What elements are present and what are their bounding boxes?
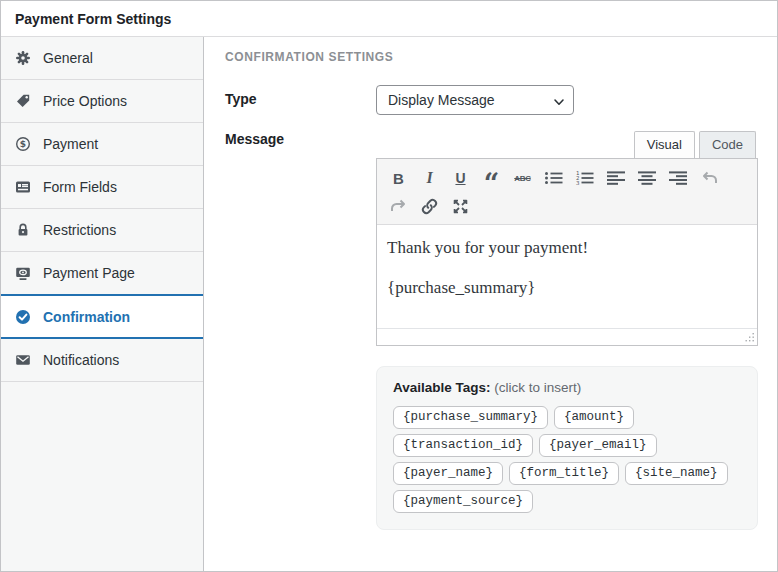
tag-payer-email[interactable]: {payer_email} xyxy=(539,434,657,457)
sidebar-item-form-fields[interactable]: Form Fields xyxy=(1,166,203,209)
editor-statusbar xyxy=(377,328,757,345)
sidebar-item-label: Restrictions xyxy=(43,222,116,238)
message-line: {purchase_summary} xyxy=(387,277,747,298)
page-title: Payment Form Settings xyxy=(15,11,171,27)
tag-payment-source[interactable]: {payment_source} xyxy=(393,490,533,513)
form-fields-icon xyxy=(15,179,31,195)
tag-transaction-id[interactable]: {transaction_id} xyxy=(393,434,533,457)
sidebar-item-label: Form Fields xyxy=(43,179,117,195)
tab-code[interactable]: Code xyxy=(699,131,756,158)
italic-button[interactable]: I xyxy=(416,166,443,190)
sidebar-item-general[interactable]: General xyxy=(1,37,203,80)
sidebar-item-label: Payment xyxy=(43,136,98,152)
payment-page-icon xyxy=(15,265,31,281)
message-label: Message xyxy=(225,131,376,530)
tag-pill-list: {purchase_summary} {amount} {transaction… xyxy=(393,406,741,513)
message-editor-content[interactable]: Thank you for your payment! {purchase_su… xyxy=(377,225,757,328)
tag-icon xyxy=(15,93,31,109)
svg-text:3: 3 xyxy=(576,180,580,186)
sidebar-item-label: Price Options xyxy=(43,93,127,109)
editor-mode-tabs: Visual Code xyxy=(376,131,758,158)
sidebar-item-payment-page[interactable]: Payment Page xyxy=(1,252,203,294)
sidebar-item-restrictions[interactable]: Restrictions xyxy=(1,209,203,252)
numbered-list-button[interactable]: 123 xyxy=(571,166,598,190)
available-tags-panel: Available Tags: (click to insert) {purch… xyxy=(376,366,758,530)
align-center-button[interactable] xyxy=(633,166,660,190)
undo-button[interactable] xyxy=(695,166,722,190)
align-left-button[interactable] xyxy=(602,166,629,190)
envelope-icon xyxy=(15,352,31,368)
sidebar-item-label: General xyxy=(43,50,93,66)
confirmation-type-select[interactable]: Display Message xyxy=(376,85,574,115)
tag-payer-name[interactable]: {payer_name} xyxy=(393,462,503,485)
align-right-button[interactable] xyxy=(664,166,691,190)
tag-purchase-summary[interactable]: {purchase_summary} xyxy=(393,406,548,429)
title-bar: Payment Form Settings xyxy=(1,1,777,37)
sidebar-item-confirmation[interactable]: Confirmation xyxy=(1,294,203,339)
strikethrough-button[interactable]: ABC xyxy=(509,166,536,190)
fullscreen-button[interactable] xyxy=(447,194,474,218)
underline-button[interactable]: U xyxy=(447,166,474,190)
check-circle-icon xyxy=(15,309,31,325)
sidebar-item-notifications[interactable]: Notifications xyxy=(1,339,203,382)
tag-amount[interactable]: {amount} xyxy=(554,406,634,429)
sidebar-item-label: Notifications xyxy=(43,352,119,368)
bullet-list-button[interactable] xyxy=(540,166,567,190)
available-tags-hint: (click to insert) xyxy=(494,380,581,395)
type-row: Type Display Message xyxy=(225,85,758,115)
message-editor: B I U “ ABC 123 xyxy=(376,158,758,346)
message-row: Message Visual Code B I U “ xyxy=(225,131,758,530)
type-label: Type xyxy=(225,85,376,115)
settings-sidebar: General Price Options $ Payment Form Fie… xyxy=(1,37,204,571)
lock-icon xyxy=(15,222,31,238)
sidebar-item-price-options[interactable]: Price Options xyxy=(1,80,203,123)
sidebar-item-payment[interactable]: $ Payment xyxy=(1,123,203,166)
dollar-circle-icon: $ xyxy=(15,136,31,152)
link-button[interactable] xyxy=(416,194,443,218)
blockquote-button[interactable]: “ xyxy=(478,172,505,196)
main-content: CONFIRMATION SETTINGS Type Display Messa… xyxy=(204,37,778,571)
resize-grip-icon[interactable] xyxy=(744,332,755,343)
bold-button[interactable]: B xyxy=(385,166,412,190)
svg-text:$: $ xyxy=(20,139,26,149)
editor-toolbar: B I U “ ABC 123 xyxy=(377,159,757,225)
tag-form-title[interactable]: {form_title} xyxy=(509,462,619,485)
sidebar-item-label: Payment Page xyxy=(43,265,135,281)
tag-site-name[interactable]: {site_name} xyxy=(625,462,728,485)
message-line: Thank you for your payment! xyxy=(387,237,747,258)
sidebar-item-label: Confirmation xyxy=(43,309,130,325)
available-tags-title: Available Tags: (click to insert) xyxy=(393,380,741,395)
redo-button[interactable] xyxy=(385,194,412,218)
section-heading: CONFIRMATION SETTINGS xyxy=(225,50,758,64)
tab-visual[interactable]: Visual xyxy=(634,131,695,158)
gear-icon xyxy=(15,50,31,66)
available-tags-label: Available Tags: xyxy=(393,380,491,395)
payment-form-settings-window: Payment Form Settings General Price Opti… xyxy=(0,0,778,572)
